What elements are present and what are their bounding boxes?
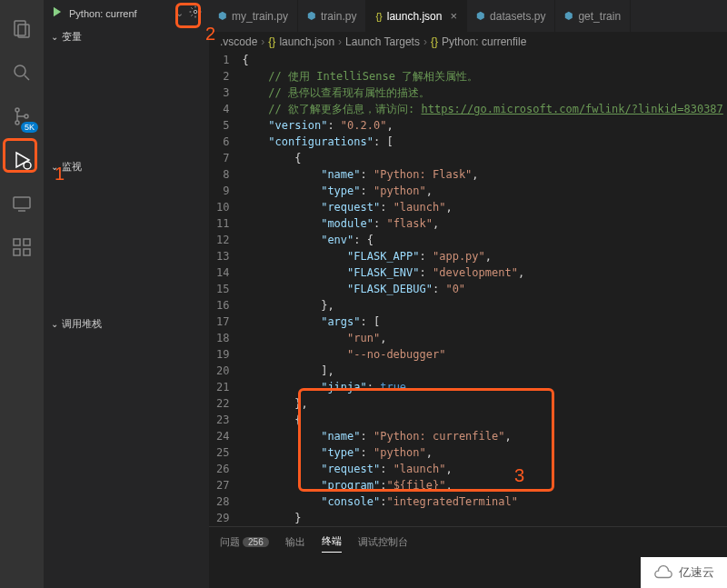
svg-point-4 xyxy=(15,108,19,112)
debug-console-tab[interactable]: 调试控制台 xyxy=(358,532,408,553)
svg-point-16 xyxy=(194,10,197,14)
python-icon: ⬢ xyxy=(218,10,227,22)
python-icon: ⬢ xyxy=(307,10,316,22)
explorer-icon[interactable] xyxy=(0,7,44,51)
debug-config-selector[interactable]: Python: currenf ⌄ xyxy=(44,0,209,26)
close-icon[interactable]: × xyxy=(450,9,457,23)
svg-point-6 xyxy=(25,115,28,118)
callstack-section[interactable]: ⌄ 调用堆栈 xyxy=(44,314,209,334)
gear-icon[interactable] xyxy=(189,5,202,21)
svg-rect-11 xyxy=(14,239,20,245)
panel-tabs: 问题 256 输出 终端 调试控制台 xyxy=(209,526,727,556)
svg-marker-7 xyxy=(16,153,29,167)
scm-badge: 5K xyxy=(21,122,38,133)
problems-tab[interactable]: 问题 256 xyxy=(220,532,269,553)
extensions-icon[interactable] xyxy=(0,225,44,269)
python-icon: ⬢ xyxy=(564,10,573,22)
terminal-tab[interactable]: 终端 xyxy=(322,531,342,553)
tab-datasets-py[interactable]: ⬢datasets.py xyxy=(467,0,555,32)
search-icon[interactable] xyxy=(0,51,44,95)
remote-icon[interactable] xyxy=(0,182,44,225)
tab-get_train[interactable]: ⬢get_train xyxy=(555,0,631,32)
tab-my_train-py[interactable]: ⬢my_train.py xyxy=(209,0,298,32)
code-content[interactable]: { // 使用 IntelliSense 了解相关属性。 // 悬停以查看现有属… xyxy=(242,52,727,526)
svg-point-8 xyxy=(24,162,31,169)
variables-section[interactable]: ⌄ 变量 xyxy=(44,26,209,47)
chevron-down-icon: ⌄ xyxy=(51,319,58,329)
svg-point-2 xyxy=(15,65,25,76)
svg-marker-15 xyxy=(54,7,61,17)
watch-section[interactable]: ⌄ 监视 xyxy=(44,156,209,177)
gutter: 1234567891011121314151617181920212223242… xyxy=(209,52,242,526)
tab-launch-json[interactable]: {}launch.json× xyxy=(366,0,467,32)
svg-rect-12 xyxy=(24,239,30,245)
svg-rect-0 xyxy=(15,21,25,35)
svg-line-3 xyxy=(25,75,29,80)
svg-rect-13 xyxy=(14,249,20,255)
svg-point-5 xyxy=(15,121,19,125)
svg-rect-9 xyxy=(14,197,30,208)
code-editor[interactable]: 1234567891011121314151617181920212223242… xyxy=(209,52,727,526)
debug-sidebar: Python: currenf ⌄ ⌄ 变量 ⌄ 监视 ⌄ 调用堆栈 xyxy=(44,0,209,588)
source-control-icon[interactable]: 5K xyxy=(0,95,44,138)
start-debug-icon[interactable] xyxy=(51,5,64,21)
svg-rect-14 xyxy=(24,249,30,255)
breadcrumb[interactable]: .vscode › {} launch.json › Launch Target… xyxy=(209,32,727,52)
json-icon: {} xyxy=(375,11,382,22)
activity-bar: 5K xyxy=(0,0,44,588)
output-tab[interactable]: 输出 xyxy=(285,532,305,553)
watermark: 亿速云 xyxy=(641,557,727,588)
tab-train-py[interactable]: ⬢train.py xyxy=(298,0,366,32)
run-debug-icon[interactable] xyxy=(0,138,44,182)
chevron-down-icon: ⌄ xyxy=(51,162,58,172)
python-icon: ⬢ xyxy=(476,10,485,22)
chevron-down-icon[interactable]: ⌄ xyxy=(175,7,184,19)
config-name: Python: currenf xyxy=(69,8,170,19)
editor-tabs: ⬢my_train.py⬢train.py{}launch.json×⬢data… xyxy=(209,0,727,32)
chevron-down-icon: ⌄ xyxy=(51,32,58,42)
